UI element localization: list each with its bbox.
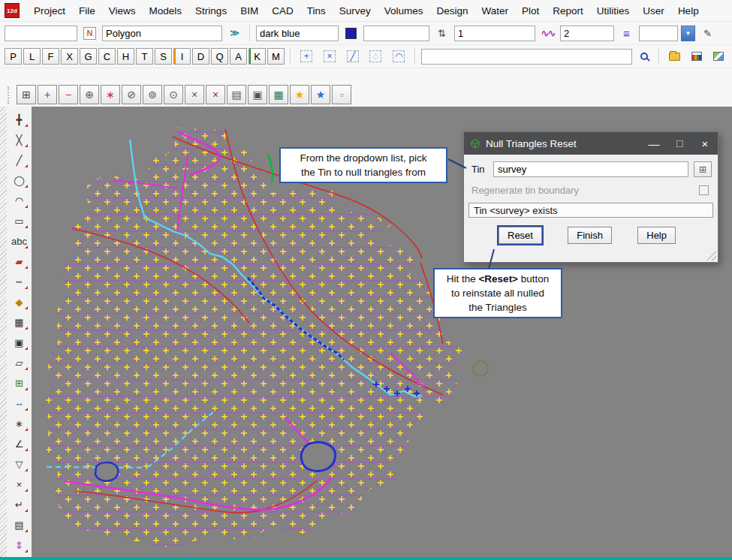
print-icon[interactable]: ▤ — [227, 85, 246, 104]
parallelogram-tool-icon[interactable]: ▱ — [10, 354, 29, 372]
color-swatch-button[interactable] — [342, 25, 360, 42]
favorites-star-icon[interactable]: ★ — [290, 85, 309, 104]
tin-input[interactable] — [493, 161, 688, 177]
menu-design[interactable]: Design — [430, 2, 475, 20]
menu-survey[interactable]: Survey — [333, 2, 378, 20]
menu-strings[interactable]: Strings — [188, 2, 233, 20]
help-button[interactable]: Help — [637, 227, 676, 244]
menu-plot[interactable]: Plot — [515, 2, 546, 20]
cursor-snap-button[interactable]: + — [297, 47, 317, 65]
zoom-out-icon[interactable]: − — [59, 85, 78, 104]
pan-tool-icon[interactable]: ╋ — [10, 110, 29, 128]
rectangle-tool-icon[interactable]: ▭ — [10, 212, 29, 230]
brush-tool-icon[interactable]: ▰ — [10, 252, 29, 270]
triangle-tool-icon[interactable]: ▽ — [10, 455, 29, 473]
menu-utilities[interactable]: Utilities — [590, 2, 637, 20]
maximize-button[interactable] — [667, 140, 692, 147]
circle-tool-icon[interactable]: ◯ — [10, 171, 29, 189]
plot-sheet-button[interactable] — [687, 48, 706, 65]
zoom-previous-icon[interactable]: ⊚ — [143, 85, 162, 104]
dropdown-button[interactable]: ▼ — [681, 26, 695, 41]
copy-view-icon[interactable]: ▣ — [248, 85, 267, 104]
toggle-c[interactable]: C — [98, 48, 116, 65]
stripes-button[interactable]: ≡ — [617, 25, 636, 42]
menu-report[interactable]: Report — [546, 2, 590, 20]
toggle-t[interactable]: T — [136, 48, 153, 65]
toggle-k[interactable]: K — [249, 48, 266, 65]
menu-cad[interactable]: CAD — [265, 2, 300, 20]
fill-tool-icon[interactable]: ◆ — [10, 293, 29, 311]
arc-tool-icon[interactable]: ◠ — [10, 191, 29, 209]
profile-pick-icon[interactable]: × — [206, 85, 225, 104]
text-tool-icon[interactable]: abc — [10, 232, 29, 250]
delete-tool-icon[interactable]: ╳ — [10, 131, 29, 149]
color-input[interactable] — [256, 26, 339, 41]
menu-views[interactable]: Views — [102, 2, 143, 20]
profile-tool-icon[interactable]: ⇕ — [10, 536, 29, 554]
model-n-button[interactable]: N — [80, 25, 99, 42]
minimize-button[interactable]: — — [641, 137, 667, 150]
arc-snap-button[interactable]: ◠ — [389, 47, 409, 65]
blank-icon[interactable]: ▫ — [332, 85, 351, 104]
cut-view-icon[interactable]: × — [185, 85, 204, 104]
line-snap-button[interactable]: ╱ — [342, 47, 363, 65]
finish-button[interactable]: Finish — [568, 227, 612, 244]
shape-input[interactable] — [102, 26, 222, 41]
menu-project[interactable]: Project — [27, 2, 72, 20]
toggle-s[interactable]: S — [155, 48, 172, 65]
search-input[interactable] — [421, 49, 633, 65]
toggle-h[interactable]: H — [117, 48, 134, 65]
menu-water[interactable]: Water — [475, 2, 516, 20]
cad-text-input[interactable] — [5, 26, 77, 41]
asterisk-tool-icon[interactable]: ∗ — [10, 414, 29, 432]
magnify-icon[interactable]: ⊙ — [164, 85, 183, 104]
toggle-m[interactable]: M — [267, 48, 285, 65]
dialog-titlebar[interactable]: Null Triangles Reset — × — [464, 132, 718, 155]
extra-input[interactable] — [639, 26, 678, 41]
snapshot-star-icon[interactable]: ★ — [311, 85, 330, 104]
linestyle-button[interactable]: ∿∿ — [538, 25, 557, 42]
toggle-x[interactable]: X — [61, 48, 78, 65]
reset-button[interactable]: Reset — [499, 227, 542, 244]
new-view-icon[interactable]: ⊞ — [17, 85, 36, 104]
weight-input[interactable] — [454, 26, 535, 41]
toolbar-grip[interactable] — [8, 86, 12, 104]
menu-bim[interactable]: BIM — [233, 2, 265, 20]
sheet-grid-icon[interactable]: ▦ — [269, 85, 288, 104]
toggle-q[interactable]: Q — [211, 48, 228, 65]
zoom-extents-icon[interactable]: ⊘ — [122, 85, 141, 104]
size-input[interactable] — [560, 26, 614, 41]
line-tool-icon[interactable]: ╱ — [10, 151, 29, 169]
panel-tool-icon[interactable]: ▤ — [10, 516, 29, 534]
point-snap-button[interactable]: × — [320, 47, 340, 65]
menu-tins[interactable]: Tins — [300, 2, 333, 20]
resize-grip[interactable] — [706, 251, 716, 260]
regenerate-checkbox[interactable] — [699, 185, 709, 195]
zoom-in-icon[interactable]: + — [38, 85, 57, 104]
open-folder-button[interactable] — [665, 48, 684, 65]
box-plus-tool-icon[interactable]: ⊞ — [10, 374, 29, 392]
toggle-d[interactable]: D — [192, 48, 209, 65]
sort-button[interactable]: ⇅ — [432, 25, 451, 42]
field-input[interactable] — [363, 26, 429, 41]
grid-tool-icon[interactable]: ▦ — [10, 313, 29, 331]
toggle-i[interactable]: I — [173, 48, 191, 65]
map-panel-button[interactable] — [709, 48, 727, 65]
angle-tool-icon[interactable]: ∠ — [10, 435, 29, 453]
pen-button[interactable]: ✎ — [698, 25, 717, 42]
menu-file[interactable]: File — [72, 2, 102, 20]
toggle-a[interactable]: A — [230, 48, 247, 65]
toggle-f[interactable]: F — [42, 48, 59, 65]
toggle-p[interactable]: P — [5, 48, 22, 65]
copy-view-tool-icon[interactable]: ▣ — [10, 333, 29, 351]
circle-snap-button[interactable]: ◌ — [366, 47, 386, 65]
menu-volumes[interactable]: Volumes — [378, 2, 430, 20]
toggle-g[interactable]: G — [80, 48, 97, 65]
zoom-window-icon[interactable]: ⊕ — [80, 85, 99, 104]
tin-picker-button[interactable]: ⊞ — [694, 161, 712, 177]
menu-user[interactable]: User — [636, 2, 671, 20]
close-button[interactable]: × — [692, 137, 718, 150]
move-tool-icon[interactable]: ⇔ — [10, 394, 29, 412]
choice-button[interactable]: ≫ — [225, 25, 244, 42]
search-button[interactable] — [635, 48, 653, 65]
